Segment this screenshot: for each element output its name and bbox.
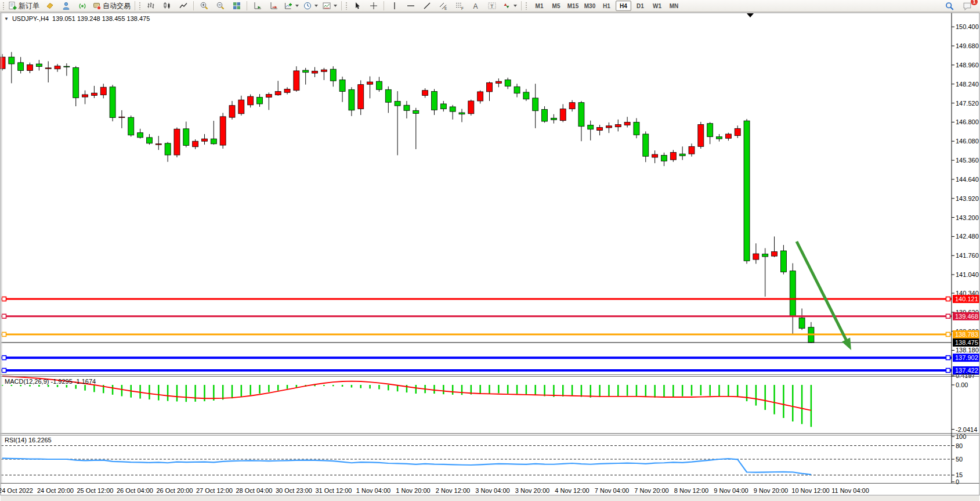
timeframe-m1-button[interactable]: M1 [531, 1, 547, 11]
candlestick [431, 92, 437, 110]
indicators-button[interactable] [282, 0, 301, 12]
candlestick [138, 133, 143, 138]
line-handle[interactable] [946, 369, 950, 373]
zoom-in-button[interactable] [196, 0, 212, 12]
search-button[interactable] [942, 0, 957, 12]
candlestick [55, 66, 60, 69]
candlestick-chart-button[interactable] [159, 0, 175, 12]
candlestick [505, 80, 511, 86]
ohlc-values: 139.051 139.248 138.455 138.475 [52, 15, 150, 22]
chart-canvas[interactable]: 150.400149.680148.960148.240147.520146.8… [0, 12, 980, 501]
timeframe-m30-button[interactable]: M30 [582, 1, 598, 11]
chart-shift-icon [269, 1, 279, 10]
candlestick [257, 98, 263, 104]
price-tick-label: 149.680 [956, 42, 979, 49]
candlestick [385, 89, 391, 102]
rsi-indicator-label: RSI(14) 16.2265 [5, 437, 52, 444]
timeframe-h4-button[interactable]: H4 [616, 1, 631, 11]
tile-windows-icon [232, 1, 241, 10]
periods-button[interactable] [301, 0, 320, 12]
text-label-tool-button[interactable]: T [484, 0, 500, 12]
fibonacci-tool-button[interactable]: F [451, 0, 467, 12]
toolbar-grip[interactable] [345, 2, 348, 10]
timeframe-m15-button[interactable]: M15 [565, 1, 581, 11]
candlestick [156, 144, 161, 145]
svg-text:T: T [490, 3, 494, 9]
line-chart-button[interactable] [175, 0, 191, 12]
candlestick [303, 70, 309, 73]
market-button[interactable] [42, 0, 57, 12]
notifications-button[interactable]: 1 [960, 0, 975, 12]
rsi-tick-label: 15 [956, 471, 963, 478]
periods-icon [303, 1, 312, 10]
candlestick [27, 64, 33, 70]
toolbar-separator [341, 1, 342, 10]
candlestick [229, 106, 235, 118]
line-handle[interactable] [2, 332, 6, 336]
line-handle[interactable] [2, 297, 6, 301]
signals-icon [78, 1, 87, 10]
templates-button[interactable] [320, 0, 339, 12]
collapse-icon[interactable]: ▼ [4, 16, 9, 21]
community-button[interactable] [58, 0, 74, 12]
time-axis-label: 24 Oct 2022 [0, 487, 33, 494]
bar-chart-button[interactable] [143, 0, 158, 12]
timeframe-h1-button[interactable]: H1 [599, 1, 614, 11]
tile-windows-button[interactable] [229, 0, 244, 12]
candlestick [211, 139, 216, 144]
candlestick [73, 67, 79, 98]
timeframe-w1-button[interactable]: W1 [649, 1, 665, 11]
candlestick [165, 143, 171, 155]
candlestick [670, 152, 676, 160]
cursor-icon [353, 1, 362, 10]
crosshair-tool-button[interactable] [366, 0, 381, 12]
new-order-button[interactable]: 新订单 [6, 0, 41, 12]
line-handle[interactable] [2, 356, 6, 360]
vertical-line-tool-button[interactable] [386, 0, 402, 12]
time-axis-label: 25 Oct 12:00 [77, 487, 114, 494]
auto-trading-button[interactable]: 自动交易 [91, 0, 132, 12]
candlestick [100, 87, 106, 95]
time-axis-label: 26 Oct 04:00 [117, 487, 153, 494]
chevron-down-icon [513, 5, 517, 7]
candlestick [597, 128, 603, 131]
line-handle[interactable] [2, 369, 6, 373]
trendline-tool-button[interactable] [419, 0, 435, 12]
line-handle[interactable] [946, 332, 950, 336]
price-tick-label: 142.480 [956, 233, 979, 240]
candlestick [753, 254, 759, 259]
line-handle[interactable] [2, 314, 6, 318]
timeframe-mn-button[interactable]: MN [666, 1, 682, 11]
time-axis-label: 9 Nov 20:00 [754, 487, 788, 494]
text-tool-button[interactable]: A [468, 0, 483, 12]
signals-button[interactable] [74, 0, 90, 12]
line-handle[interactable] [946, 297, 950, 301]
candlestick [248, 96, 254, 105]
equidistant-channel-tool-button[interactable]: E [435, 0, 451, 12]
chart-shift-button[interactable] [266, 0, 281, 12]
toolbar-grip[interactable] [525, 2, 527, 10]
candlestick [698, 125, 704, 147]
candlestick [707, 124, 713, 137]
templates-icon [322, 1, 331, 10]
timeframe-d1-button[interactable]: D1 [632, 1, 648, 11]
zoom-out-icon [216, 1, 225, 10]
crosshair-icon [369, 1, 378, 10]
auto-scroll-button[interactable] [249, 0, 265, 12]
horizontal-line-tool-button[interactable] [403, 0, 418, 12]
candlestick [422, 91, 428, 96]
timeframe-m5-button[interactable]: M5 [548, 1, 564, 11]
line-handle[interactable] [946, 314, 950, 318]
cursor-tool-button[interactable] [349, 0, 365, 12]
line-handle[interactable] [946, 356, 950, 360]
candlestick [128, 117, 134, 135]
toolbar-grip[interactable] [139, 2, 141, 10]
toolbar-grip[interactable] [2, 2, 5, 10]
line-chart-icon [179, 1, 188, 10]
candlestick [64, 66, 70, 67]
price-tick-label: 148.960 [956, 62, 979, 69]
time-axis-label: 7 Nov 20:00 [634, 487, 668, 494]
time-axis-label: 1 Nov 20:00 [396, 487, 430, 494]
zoom-out-button[interactable] [212, 0, 228, 12]
arrows-tool-button[interactable] [500, 0, 519, 12]
